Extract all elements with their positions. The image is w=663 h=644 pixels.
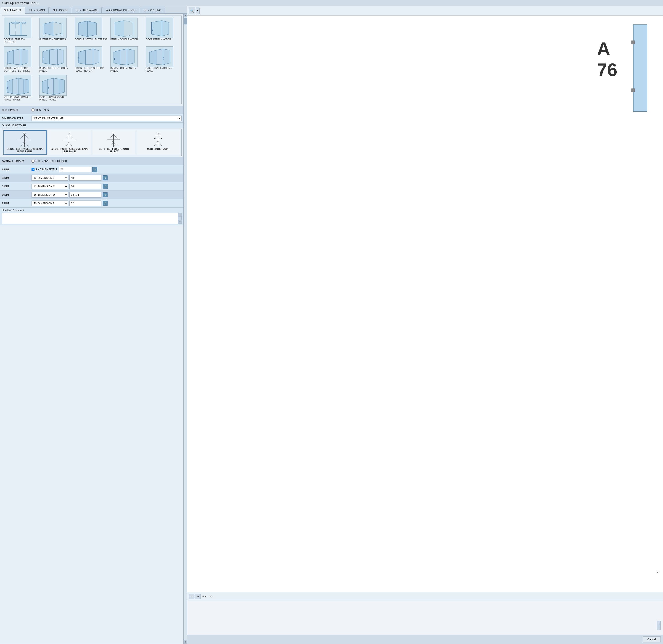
- layout-gallery: DOOR BUTTRESS - BUTTRESS: [2, 16, 182, 104]
- zoom-btn[interactable]: 🔍: [189, 7, 195, 14]
- comment-scroll-down[interactable]: ▼: [178, 220, 182, 224]
- svg-line-57: [65, 143, 69, 146]
- a-dim-checkbox-label: A - DIMENSION A: [36, 168, 58, 171]
- c-dim-input[interactable]: 24: [69, 184, 101, 189]
- flip-layout-checkbox-item[interactable]: YES - YES: [31, 109, 49, 112]
- tab-sh-glass[interactable]: SH - GLASS: [26, 7, 49, 13]
- scroll-track: [184, 17, 187, 640]
- joint-label-b2to1: B2TO1 - RIGHT PANEL OVERLAPS LEFT PANEL: [50, 148, 89, 153]
- tab-bar: SH - LAYOUT SH - GLASS SH - DOOR SH - HA…: [0, 6, 187, 14]
- gallery-label-11: DP-P-P - DOOR PANEL - PANEL - PANEL: [4, 96, 38, 101]
- svg-line-54: [65, 134, 69, 138]
- a-dim-input[interactable]: 76: [59, 167, 91, 172]
- a-dim-checkbox-item[interactable]: A - DIMENSION A: [31, 168, 58, 171]
- joint-label-butt: BUTT - BUTT JOINT - AUTO SELECT: [94, 148, 134, 153]
- a-dim-refresh-btn[interactable]: ↺: [92, 167, 97, 172]
- gallery-img-5: [146, 18, 173, 38]
- d-dim-input[interactable]: 14 -1/4: [69, 192, 101, 198]
- right-side-scrollbar: ▲ ▼: [657, 621, 661, 630]
- svg-marker-27: [78, 50, 86, 64]
- gallery-item-11[interactable]: DP-P-P - DOOR PANEL - PANEL - PANEL: [4, 75, 38, 102]
- gallery-item-10[interactable]: P-D-P - PANEL - DOOR - PANEL: [146, 46, 180, 73]
- svg-line-75: [158, 142, 162, 146]
- svg-marker-7: [44, 22, 53, 36]
- gallery-item-3[interactable]: DOUBLE NOTCH - BUTTRESS: [75, 18, 109, 45]
- gallery-item-12[interactable]: PD-P-P - PANEL DOOR - PANEL - PANEL: [39, 75, 73, 102]
- gallery-label-7: BD-P - BUTTRESS DOOR - PANEL: [39, 67, 73, 72]
- tab-sh-layout[interactable]: SH - LAYOUT: [0, 7, 25, 14]
- svg-marker-37: [7, 79, 12, 94]
- scroll-down-btn[interactable]: ▼: [184, 640, 187, 644]
- b-dim-refresh-btn[interactable]: ↺: [103, 176, 108, 180]
- preview-area: A 76 2: [187, 16, 663, 592]
- svg-line-46: [20, 134, 24, 139]
- dimension-type-row: DIMENSION TYPE CENTLIN - CENTERLINE INSI…: [0, 114, 183, 123]
- gallery-item-6[interactable]: PDB-B - PANEL DOOR BUTTRESS - BUTTRESS: [4, 46, 38, 73]
- e-dim-refresh-btn[interactable]: ↺: [103, 201, 108, 206]
- gallery-label-5: DOOR PANEL - NOTCH: [146, 38, 171, 41]
- c-dim-select[interactable]: C - DIMENSION C: [31, 184, 68, 189]
- side-scroll-down[interactable]: ▼: [658, 627, 660, 630]
- gallery-item-5[interactable]: DOOR PANEL - NOTCH: [146, 18, 180, 45]
- side-scroll-up[interactable]: ▲: [658, 621, 660, 624]
- right-toolbar: 🔍 ▼: [187, 6, 663, 16]
- gallery-label-1: DOOR BUTTRESS - BUTTRESS: [4, 38, 38, 44]
- rotate-right-btn[interactable]: ↻: [195, 594, 201, 599]
- joint-label-b1to2: B1TO2 - LEFT PANEL OVERLAPS RIGHT PANEL: [5, 148, 45, 153]
- gallery-item-8[interactable]: BDP-N - BUTTRESS DOOR PANEL - NOTCH: [75, 46, 109, 73]
- tab-sh-hardware[interactable]: SH - HARDWARE: [72, 7, 101, 13]
- comment-label: Line Item Comment: [2, 209, 182, 212]
- d-dim-select[interactable]: D - DIMENSION D: [31, 192, 68, 198]
- flip-layout-checkbox[interactable]: [31, 109, 35, 111]
- svg-text:135: 135: [68, 133, 70, 134]
- scroll-thumb[interactable]: [184, 18, 187, 24]
- gallery-item-7[interactable]: BD-P - BUTTRESS DOOR - PANEL: [39, 46, 73, 73]
- gallery-img-3: [75, 18, 102, 38]
- overall-height-checkbox[interactable]: [31, 160, 35, 163]
- gallery-img-2: [39, 18, 67, 38]
- joint-item-b1to2[interactable]: 135 90 B1TO2 - LEFT PANEL OVERLAPS RIGHT…: [3, 130, 47, 155]
- c-dim-refresh-btn[interactable]: ↺: [103, 184, 108, 189]
- svg-text:135: 135: [157, 133, 159, 134]
- svg-marker-5: [21, 22, 27, 24]
- c-dim-value: C - DIMENSION C 24 ↺: [31, 184, 182, 189]
- gallery-item-2[interactable]: BUTTRESS - BUTTRESS: [39, 18, 73, 45]
- gallery-label-8: BDP-N - BUTTRESS DOOR PANEL - NOTCH: [75, 67, 109, 72]
- overall-height-checkbox-label: OAH - OVERALL HEIGHT: [36, 160, 67, 163]
- svg-rect-78: [632, 41, 635, 44]
- tab-additional-options[interactable]: ADDITIONAL OPTIONS: [102, 7, 139, 13]
- tab-sh-pricing[interactable]: SH - PRICING: [140, 7, 165, 13]
- svg-rect-79: [632, 89, 635, 92]
- tab-sh-door[interactable]: SH - DOOR: [49, 7, 71, 13]
- bottom-bar: Cancel: [187, 635, 663, 644]
- cancel-button[interactable]: Cancel: [643, 637, 661, 642]
- joint-item-mjnt[interactable]: 135 90 MJNT - MITER JOINT: [137, 130, 180, 155]
- gallery-item-4[interactable]: PANEL - DOUBLE NOTCH: [110, 18, 144, 45]
- e-dim-input[interactable]: 32: [69, 201, 101, 206]
- joint-item-b2to1[interactable]: 135 90 B2TO1 - RIGHT PANEL OVERLAPS LEFT…: [48, 130, 91, 155]
- comment-scroll-up[interactable]: ▲: [178, 213, 182, 216]
- c-dim-row: C DIM C - DIMENSION C 24 ↺: [0, 182, 183, 191]
- comment-section: Line Item Comment ▲ ▼: [0, 208, 183, 225]
- b-dim-select[interactable]: B - DIMENSION B: [31, 175, 68, 181]
- svg-marker-43: [54, 78, 59, 95]
- svg-marker-40: [24, 79, 29, 94]
- dimension-type-select[interactable]: CENTLIN - CENTERLINE INSIDE - INSIDE OUT…: [31, 116, 182, 121]
- overall-height-checkbox-item[interactable]: OAH - OVERALL HEIGHT: [31, 160, 67, 163]
- scroll-up-btn[interactable]: ▲: [184, 14, 187, 17]
- svg-marker-8: [53, 22, 62, 36]
- a-dim-checkbox[interactable]: [31, 168, 35, 171]
- b-dim-input[interactable]: 48: [69, 175, 101, 181]
- joint-item-butt[interactable]: 90 90 BUTT - BUTT JOINT - AUTO SELECT: [92, 130, 136, 155]
- gallery-item-1[interactable]: DOOR BUTTRESS - BUTTRESS: [4, 18, 38, 45]
- gallery-item-9[interactable]: D-P-P - DOOR - PANEL - PANEL: [110, 46, 144, 73]
- comment-textarea[interactable]: [2, 213, 178, 224]
- comment-scrollbar: ▲ ▼: [178, 213, 182, 224]
- d-dim-refresh-btn[interactable]: ↺: [103, 192, 108, 197]
- d-dim-label: D DIM: [2, 193, 31, 196]
- overall-height-value: OAH - OVERALL HEIGHT: [31, 160, 182, 163]
- zoom-dropdown[interactable]: ▼: [196, 7, 200, 14]
- rotate-left-btn[interactable]: ↺: [189, 594, 194, 599]
- svg-marker-32: [120, 49, 127, 65]
- e-dim-select[interactable]: E - DIMENSION E: [31, 201, 68, 206]
